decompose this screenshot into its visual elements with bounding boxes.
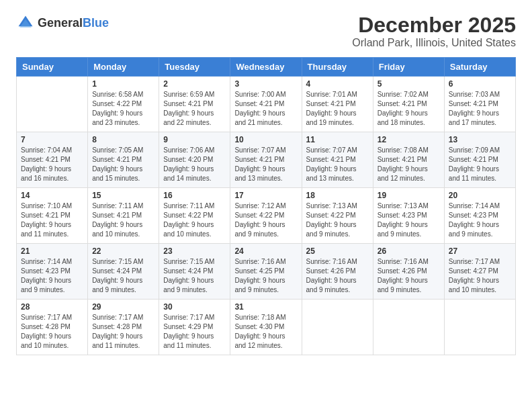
calendar-cell: 13Sunrise: 7:09 AMSunset: 4:21 PMDayligh… — [444, 132, 515, 188]
day-info: Sunrise: 7:03 AMSunset: 4:21 PMDaylight:… — [449, 90, 511, 128]
calendar-week-row: 14Sunrise: 7:10 AMSunset: 4:21 PMDayligh… — [17, 188, 516, 244]
day-info: Sunrise: 7:13 AMSunset: 4:23 PMDaylight:… — [378, 201, 440, 239]
column-header-monday: Monday — [88, 58, 159, 77]
day-number: 30 — [163, 302, 226, 312]
day-info: Sunrise: 7:07 AMSunset: 4:21 PMDaylight:… — [234, 146, 297, 183]
calendar-cell: 19Sunrise: 7:13 AMSunset: 4:23 PMDayligh… — [373, 188, 444, 244]
calendar-cell: 2Sunrise: 6:59 AMSunset: 4:21 PMDaylight… — [159, 77, 230, 132]
day-number: 11 — [306, 135, 369, 144]
location-title: Orland Park, Illinois, United States — [352, 37, 516, 49]
logo: GeneralBlue — [16, 13, 109, 32]
day-info: Sunrise: 7:10 AMSunset: 4:21 PMDaylight:… — [21, 201, 83, 239]
day-info: Sunrise: 7:08 AMSunset: 4:21 PMDaylight:… — [378, 146, 440, 183]
calendar-cell: 28Sunrise: 7:17 AMSunset: 4:28 PMDayligh… — [17, 300, 88, 355]
calendar-cell — [444, 300, 515, 355]
day-info: Sunrise: 7:07 AMSunset: 4:21 PMDaylight:… — [306, 146, 369, 183]
day-info: Sunrise: 7:11 AMSunset: 4:21 PMDaylight:… — [92, 201, 154, 239]
day-number: 22 — [92, 246, 154, 256]
column-header-tuesday: Tuesday — [159, 58, 230, 77]
day-number: 28 — [21, 302, 83, 312]
calendar-cell: 6Sunrise: 7:03 AMSunset: 4:21 PMDaylight… — [444, 77, 515, 132]
day-info: Sunrise: 7:15 AMSunset: 4:24 PMDaylight:… — [163, 257, 226, 295]
day-info: Sunrise: 7:09 AMSunset: 4:21 PMDaylight:… — [449, 146, 511, 183]
month-title: December 2025 — [352, 13, 516, 37]
calendar-cell: 9Sunrise: 7:06 AMSunset: 4:20 PMDaylight… — [159, 132, 230, 188]
title-area: December 2025 Orland Park, Illinois, Uni… — [352, 13, 516, 49]
day-info: Sunrise: 7:14 AMSunset: 4:23 PMDaylight:… — [21, 257, 83, 295]
day-info: Sunrise: 7:04 AMSunset: 4:21 PMDaylight:… — [21, 146, 83, 183]
day-info: Sunrise: 7:05 AMSunset: 4:21 PMDaylight:… — [92, 146, 154, 183]
calendar-week-row: 28Sunrise: 7:17 AMSunset: 4:28 PMDayligh… — [17, 300, 516, 355]
calendar-cell: 4Sunrise: 7:01 AMSunset: 4:21 PMDaylight… — [302, 77, 373, 132]
day-number: 14 — [21, 191, 83, 200]
day-info: Sunrise: 7:06 AMSunset: 4:20 PMDaylight:… — [163, 146, 226, 183]
calendar-cell: 5Sunrise: 7:02 AMSunset: 4:21 PMDaylight… — [373, 77, 444, 132]
day-number: 4 — [306, 79, 369, 89]
day-number: 6 — [449, 79, 511, 89]
calendar-header-row: SundayMondayTuesdayWednesdayThursdayFrid… — [17, 58, 516, 77]
calendar-cell: 3Sunrise: 7:00 AMSunset: 4:21 PMDaylight… — [230, 77, 302, 132]
calendar-cell: 29Sunrise: 7:17 AMSunset: 4:28 PMDayligh… — [88, 300, 159, 355]
calendar-week-row: 7Sunrise: 7:04 AMSunset: 4:21 PMDaylight… — [17, 132, 516, 188]
day-number: 1 — [92, 79, 154, 89]
column-header-sunday: Sunday — [17, 58, 88, 77]
calendar-cell — [373, 300, 444, 355]
calendar-cell: 30Sunrise: 7:17 AMSunset: 4:29 PMDayligh… — [159, 300, 230, 355]
column-header-wednesday: Wednesday — [230, 58, 302, 77]
day-number: 21 — [21, 246, 83, 256]
day-number: 18 — [306, 191, 369, 200]
day-info: Sunrise: 7:17 AMSunset: 4:28 PMDaylight:… — [21, 313, 83, 351]
day-number: 25 — [306, 246, 369, 256]
column-header-saturday: Saturday — [444, 58, 515, 77]
day-info: Sunrise: 7:11 AMSunset: 4:22 PMDaylight:… — [163, 201, 226, 239]
calendar-cell: 16Sunrise: 7:11 AMSunset: 4:22 PMDayligh… — [159, 188, 230, 244]
calendar-cell: 20Sunrise: 7:14 AMSunset: 4:23 PMDayligh… — [444, 188, 515, 244]
day-info: Sunrise: 7:18 AMSunset: 4:30 PMDaylight:… — [234, 313, 297, 351]
calendar-cell: 21Sunrise: 7:14 AMSunset: 4:23 PMDayligh… — [17, 244, 88, 300]
day-info: Sunrise: 7:01 AMSunset: 4:21 PMDaylight:… — [306, 90, 369, 128]
day-number: 13 — [449, 135, 511, 144]
day-info: Sunrise: 7:16 AMSunset: 4:25 PMDaylight:… — [234, 257, 297, 295]
day-number: 23 — [163, 246, 226, 256]
day-number: 24 — [234, 246, 297, 256]
calendar-cell: 18Sunrise: 7:13 AMSunset: 4:22 PMDayligh… — [302, 188, 373, 244]
day-number: 2 — [163, 79, 226, 89]
day-info: Sunrise: 7:17 AMSunset: 4:28 PMDaylight:… — [92, 313, 154, 351]
day-number: 15 — [92, 191, 154, 200]
calendar-table: SundayMondayTuesdayWednesdayThursdayFrid… — [16, 57, 516, 355]
day-number: 10 — [234, 135, 297, 144]
day-number: 26 — [378, 246, 440, 256]
calendar-cell: 25Sunrise: 7:16 AMSunset: 4:26 PMDayligh… — [302, 244, 373, 300]
day-number: 7 — [21, 135, 83, 144]
day-number: 16 — [163, 191, 226, 200]
day-info: Sunrise: 7:00 AMSunset: 4:21 PMDaylight:… — [234, 90, 297, 128]
day-info: Sunrise: 7:16 AMSunset: 4:26 PMDaylight:… — [378, 257, 440, 295]
day-number: 27 — [449, 246, 511, 256]
calendar-cell: 31Sunrise: 7:18 AMSunset: 4:30 PMDayligh… — [230, 300, 302, 355]
logo-icon — [16, 13, 35, 32]
calendar-cell: 27Sunrise: 7:17 AMSunset: 4:27 PMDayligh… — [444, 244, 515, 300]
calendar-cell: 15Sunrise: 7:11 AMSunset: 4:21 PMDayligh… — [88, 188, 159, 244]
day-info: Sunrise: 7:02 AMSunset: 4:21 PMDaylight:… — [378, 90, 440, 128]
calendar-cell: 7Sunrise: 7:04 AMSunset: 4:21 PMDaylight… — [17, 132, 88, 188]
calendar-cell: 17Sunrise: 7:12 AMSunset: 4:22 PMDayligh… — [230, 188, 302, 244]
calendar-cell: 24Sunrise: 7:16 AMSunset: 4:25 PMDayligh… — [230, 244, 302, 300]
day-info: Sunrise: 7:14 AMSunset: 4:23 PMDaylight:… — [449, 201, 511, 239]
day-number: 17 — [234, 191, 297, 200]
day-info: Sunrise: 7:17 AMSunset: 4:27 PMDaylight:… — [449, 257, 511, 295]
day-info: Sunrise: 6:59 AMSunset: 4:21 PMDaylight:… — [163, 90, 226, 128]
calendar-cell: 8Sunrise: 7:05 AMSunset: 4:21 PMDaylight… — [88, 132, 159, 188]
day-number: 8 — [92, 135, 154, 144]
day-number: 29 — [92, 302, 154, 312]
day-info: Sunrise: 7:17 AMSunset: 4:29 PMDaylight:… — [163, 313, 226, 351]
calendar-cell: 14Sunrise: 7:10 AMSunset: 4:21 PMDayligh… — [17, 188, 88, 244]
day-info: Sunrise: 7:12 AMSunset: 4:22 PMDaylight:… — [234, 201, 297, 239]
column-header-thursday: Thursday — [302, 58, 373, 77]
calendar-cell: 11Sunrise: 7:07 AMSunset: 4:21 PMDayligh… — [302, 132, 373, 188]
calendar-week-row: 21Sunrise: 7:14 AMSunset: 4:23 PMDayligh… — [17, 244, 516, 300]
day-number: 31 — [234, 302, 297, 312]
calendar-cell — [17, 77, 88, 132]
page-header: GeneralBlue December 2025 Orland Park, I… — [16, 13, 516, 49]
calendar-cell — [302, 300, 373, 355]
day-number: 20 — [449, 191, 511, 200]
